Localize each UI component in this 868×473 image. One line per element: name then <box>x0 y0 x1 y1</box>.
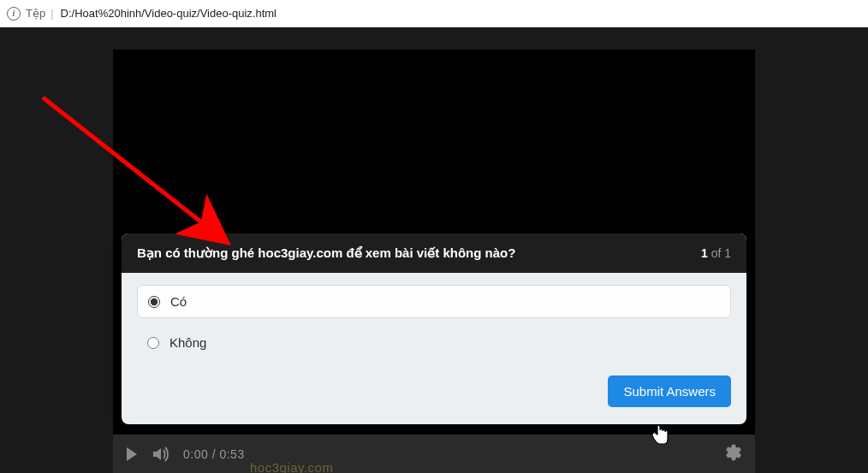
option-label: Có <box>170 294 187 309</box>
quiz-body: Có Không Submit Answers <box>122 273 746 424</box>
volume-icon[interactable] <box>152 446 171 463</box>
radio-no[interactable] <box>147 337 159 349</box>
url-text[interactable]: D:/Hoat%20hinh/Video-quiz/Video-quiz.htm… <box>61 7 276 20</box>
watermark-text: hoc3giay.com <box>250 460 333 473</box>
submit-row: Submit Answers <box>137 367 731 407</box>
video-controls: 0:00 / 0:53 hoc3giay.com <box>113 435 755 473</box>
submit-answers-button[interactable]: Submit Answers <box>608 375 731 407</box>
address-divider: | <box>51 7 53 20</box>
time-display: 0:00 / 0:53 <box>183 447 245 461</box>
radio-yes[interactable] <box>148 296 160 308</box>
quiz-panel: Bạn có thường ghé hoc3giay.com để xem bà… <box>122 234 746 424</box>
play-icon[interactable] <box>125 446 139 462</box>
option-label: Không <box>169 335 206 350</box>
quiz-header: Bạn có thường ghé hoc3giay.com để xem bà… <box>122 234 746 273</box>
gear-icon[interactable] <box>724 443 743 462</box>
quiz-question: Bạn có thường ghé hoc3giay.com để xem bà… <box>137 245 515 261</box>
quiz-option-yes[interactable]: Có <box>137 285 731 318</box>
file-label: Tệp <box>26 7 45 20</box>
page-background: Bạn có thường ghé hoc3giay.com để xem bà… <box>0 27 868 473</box>
quiz-option-no[interactable]: Không <box>137 327 731 358</box>
quiz-counter: 1 of 1 <box>701 246 731 260</box>
video-player[interactable]: Bạn có thường ghé hoc3giay.com để xem bà… <box>113 50 755 473</box>
address-bar: i Tệp | D:/Hoat%20hinh/Video-quiz/Video-… <box>0 0 868 27</box>
info-icon[interactable]: i <box>7 7 21 21</box>
